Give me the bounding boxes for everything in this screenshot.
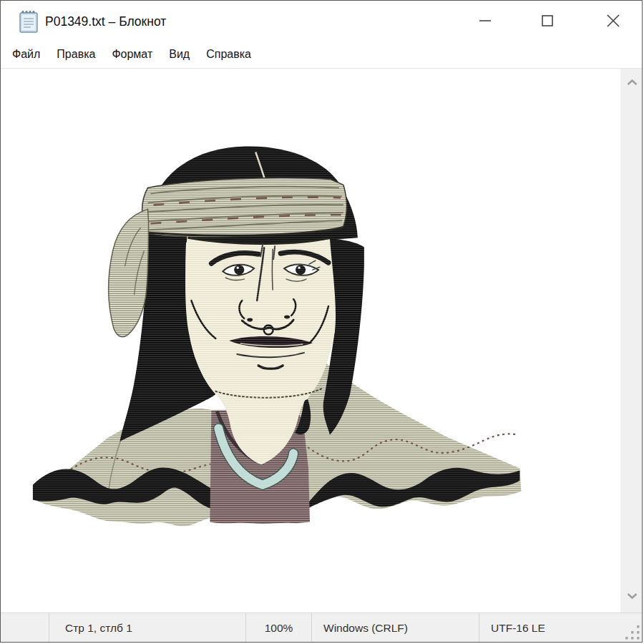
scroll-up-button[interactable] — [620, 72, 643, 93]
chevron-down-icon — [627, 593, 638, 599]
status-encoding: UTF-16 LE — [479, 613, 643, 643]
status-bar: Стр 1, стлб 1 100% Windows (CRLF) UTF-16… — [1, 613, 643, 643]
text-editor-area[interactable] — [1, 69, 620, 613]
notepad-app-icon — [18, 9, 41, 34]
menu-edit[interactable]: Правка — [51, 41, 101, 68]
vertical-scrollbar[interactable] — [620, 69, 643, 613]
notepad-window: P01349.txt – Блокнот Файл Правка Формат … — [0, 0, 643, 643]
menu-format[interactable]: Формат — [106, 41, 158, 68]
scroll-down-button[interactable] — [620, 585, 643, 607]
menu-view[interactable]: Вид — [163, 41, 195, 68]
maximize-icon — [540, 13, 555, 29]
menu-bar: Файл Правка Формат Вид Справка — [1, 41, 643, 69]
status-zoom-level: 100% — [245, 613, 311, 643]
chevron-up-icon — [627, 79, 638, 85]
close-icon — [605, 12, 622, 29]
menu-help[interactable]: Справка — [200, 41, 257, 68]
close-button[interactable] — [592, 1, 634, 41]
window-title: P01349.txt – Блокнот — [45, 1, 166, 41]
menu-file[interactable]: Файл — [6, 41, 46, 68]
status-line-ending: Windows (CRLF) — [311, 613, 479, 643]
status-cursor-position: Стр 1, стлб 1 — [49, 613, 245, 643]
resize-grip[interactable] — [623, 623, 642, 642]
maximize-button[interactable] — [527, 1, 568, 41]
title-bar: P01349.txt – Блокнот — [1, 1, 643, 41]
minimize-button[interactable] — [464, 1, 506, 41]
minimize-icon — [477, 13, 493, 29]
